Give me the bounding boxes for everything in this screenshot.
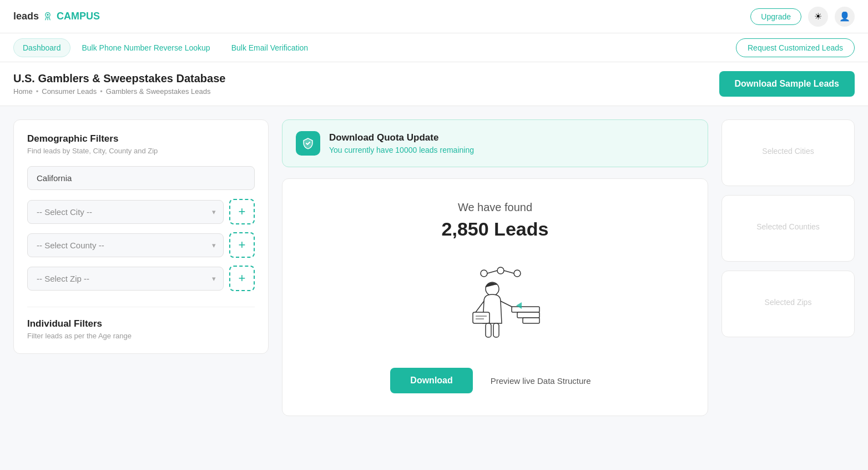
filters-title: Demographic Filters	[27, 133, 255, 144]
svg-point-3	[497, 267, 504, 274]
center-panel: Download Quota Update You currently have…	[269, 119, 721, 468]
selected-counties-box: Selected Counties	[721, 195, 855, 262]
svg-rect-11	[512, 307, 539, 312]
city-filter-row: -- Select City -- ▾ +	[27, 199, 255, 224]
county-filter-row: -- Select County -- ▾ +	[27, 232, 255, 258]
selected-zips-label: Selected Zips	[731, 280, 845, 324]
breadcrumb-sep-1: •	[36, 87, 39, 96]
nav-item-dashboard[interactable]: Dashboard	[13, 38, 70, 57]
filters-subtitle: Find leads by State, City, County and Zi…	[27, 147, 255, 155]
breadcrumb-home[interactable]: Home	[13, 87, 33, 96]
add-zip-button[interactable]: +	[229, 266, 255, 291]
results-found-label: We have found	[458, 201, 532, 214]
svg-point-4	[514, 270, 521, 277]
logo: leads CAMPUS	[13, 11, 100, 22]
breadcrumb-consumer[interactable]: Consumer Leads	[42, 87, 97, 96]
user-icon: 👤	[839, 11, 850, 22]
county-select-wrapper: -- Select County -- ▾	[27, 233, 224, 257]
results-area: We have found 2,850 Leads	[282, 178, 708, 416]
main-content: Demographic Filters Find leads by State,…	[0, 106, 868, 470]
logo-icon	[42, 11, 53, 22]
logo-campus-text: CAMPUS	[57, 11, 100, 22]
logo-leads-text: leads	[13, 11, 39, 22]
selected-cities-box: Selected Cities	[721, 119, 855, 186]
right-panel: Selected Cities Selected Counties Select…	[721, 119, 855, 468]
individual-filters: Individual Filters Filter leads as per t…	[27, 307, 255, 340]
selected-cities-label: Selected Cities	[731, 129, 845, 173]
theme-toggle-button[interactable]: ☀	[808, 7, 828, 27]
svg-point-2	[481, 270, 487, 277]
header-right: Upgrade ☀ 👤	[750, 7, 855, 27]
page-title: U.S. Gamblers & Sweepstakes Database	[13, 72, 225, 85]
zip-filter-row: -- Select Zip -- ▾ +	[27, 266, 255, 291]
quota-title: Download Quota Update	[329, 132, 474, 143]
download-button[interactable]: Download	[390, 368, 472, 393]
request-customized-leads-button[interactable]: Request Customized Leads	[736, 38, 855, 57]
preview-button[interactable]: Preview live Data Structure	[482, 368, 600, 393]
add-city-button[interactable]: +	[229, 199, 255, 224]
user-menu-button[interactable]: 👤	[835, 7, 855, 27]
page-title-bar: U.S. Gamblers & Sweepstakes Database Hom…	[0, 62, 868, 106]
state-display: California	[27, 166, 255, 190]
results-illustration	[440, 257, 551, 346]
results-actions: Download Preview live Data Structure	[390, 368, 599, 393]
zip-select-wrapper: -- Select Zip -- ▾	[27, 267, 224, 291]
svg-rect-13	[523, 318, 539, 323]
nav-item-phone-lookup[interactable]: Bulk Phone Number Reverse Lookup	[73, 38, 220, 57]
page-title-section: U.S. Gamblers & Sweepstakes Database Hom…	[13, 72, 225, 96]
sun-icon: ☀	[814, 11, 822, 22]
svg-rect-8	[473, 312, 489, 323]
nav-item-email-verification[interactable]: Bulk Email Verification	[222, 38, 318, 57]
svg-rect-14	[486, 323, 491, 337]
quota-banner: Download Quota Update You currently have…	[282, 119, 708, 167]
zip-select[interactable]: -- Select Zip --	[27, 267, 224, 291]
county-select[interactable]: -- Select County --	[27, 233, 224, 257]
individual-filters-subtitle: Filter leads as per the Age range	[27, 332, 255, 340]
quota-text: Download Quota Update You currently have…	[329, 132, 474, 154]
header: leads CAMPUS Upgrade ☀ 👤	[0, 0, 868, 33]
filters-panel: Demographic Filters Find leads by State,…	[13, 119, 269, 354]
results-count: 2,850 Leads	[442, 218, 549, 240]
add-county-button[interactable]: +	[229, 232, 255, 258]
svg-point-1	[47, 14, 48, 16]
svg-rect-12	[517, 312, 539, 318]
city-select[interactable]: -- Select City --	[27, 200, 224, 224]
nav-right: Request Customized Leads	[736, 38, 855, 57]
selected-counties-label: Selected Counties	[731, 204, 845, 249]
svg-line-5	[487, 271, 497, 273]
svg-rect-15	[493, 323, 499, 337]
download-sample-leads-button[interactable]: Download Sample Leads	[719, 71, 855, 97]
quota-message: You currently have 10000 leads remaining	[329, 146, 474, 154]
breadcrumb: Home • Consumer Leads • Gamblers & Sweep…	[13, 87, 225, 96]
city-select-wrapper: -- Select City -- ▾	[27, 200, 224, 224]
individual-filters-title: Individual Filters	[27, 318, 255, 329]
upgrade-button[interactable]: Upgrade	[750, 8, 801, 25]
quota-shield-icon	[296, 131, 320, 156]
svg-line-6	[504, 271, 514, 273]
breadcrumb-sep-2: •	[100, 87, 103, 96]
breadcrumb-gamblers[interactable]: Gamblers & Sweepstakes Leads	[106, 87, 211, 96]
selected-zips-box: Selected Zips	[721, 271, 855, 337]
nav-bar: Dashboard Bulk Phone Number Reverse Look…	[0, 33, 868, 62]
